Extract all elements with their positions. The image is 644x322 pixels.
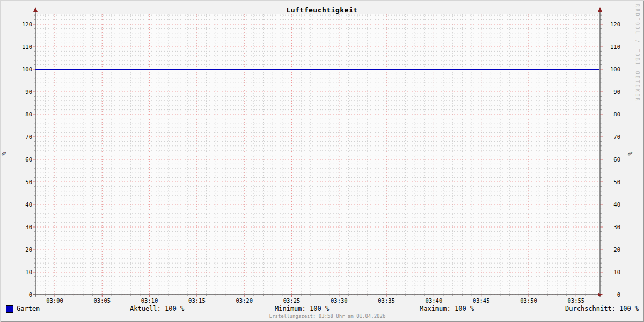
y-tick-label-right: 30 (613, 224, 620, 230)
stat-maximum: Maximum: 100 % (420, 305, 474, 312)
y-tick-label-left: 40 (25, 201, 32, 208)
y-tick-label-left: 60 (25, 156, 32, 163)
y-tick-label-left: 100 (22, 66, 32, 72)
y-axis-unit-left: % (1, 152, 7, 155)
y-tick-label-right: 110 (610, 43, 620, 50)
humidity-chart: 03:0003:0503:1003:1503:2003:2503:3003:35… (0, 0, 644, 322)
x-tick-label: 03:45 (473, 297, 490, 304)
y-tick-label-right: 40 (613, 201, 620, 208)
y-tick-label-left: 0 (29, 291, 32, 298)
y-tick-label-right: 100 (610, 66, 620, 72)
rrd-graph-window: 03:0003:0503:1003:1503:2003:2503:3003:35… (0, 0, 644, 322)
stat-minimum: Minimum: 100 % (275, 305, 329, 312)
y-tick-label-right: 0 (617, 291, 620, 298)
y-axis-unit-right: % (627, 152, 633, 155)
x-tick-label: 03:40 (426, 297, 443, 304)
y-tick-label-left: 30 (25, 224, 32, 230)
x-tick-label: 03:10 (141, 297, 158, 304)
x-tick-label: 03:55 (567, 297, 584, 304)
y-tick-label-right: 20 (613, 246, 620, 253)
y-tick-label-right: 50 (613, 179, 620, 185)
y-tick-label-right: 80 (613, 111, 620, 118)
y-tick-label-right: 60 (613, 156, 620, 163)
stat-durchschnitt: Durchschnitt: 100 % (565, 305, 639, 312)
x-tick-label: 03:00 (46, 297, 63, 304)
y-tick-label-left: 120 (22, 21, 32, 27)
plot-canvas (35, 14, 600, 295)
y-tick-label-right: 70 (613, 134, 620, 140)
x-axis-labels: 03:0003:0503:1003:1503:2003:2503:3003:35… (46, 297, 584, 304)
x-tick-label: 03:15 (188, 297, 206, 304)
x-tick-label: 03:25 (283, 297, 301, 304)
y-tick-label-right: 10 (613, 269, 620, 275)
x-tick-label: 03:35 (378, 297, 395, 304)
creation-time: Erstellungszeit: 03:58 Uhr am 01.04.2026 (0, 313, 644, 319)
x-tick-label: 03:20 (236, 297, 253, 304)
y-tick-label-left: 80 (25, 111, 32, 118)
rrdtool-watermark: RRDTOOL / TOBI OETIKER (635, 4, 640, 103)
y-tick-label-right: 120 (610, 21, 620, 27)
x-tick-label: 03:05 (93, 297, 111, 304)
legend-swatch-garten (6, 305, 13, 313)
y-tick-label-right: 90 (613, 89, 620, 95)
chart-title: Luftfeuchtigkeit (0, 6, 644, 14)
y-tick-label-left: 70 (25, 134, 32, 140)
y-tick-label-left: 110 (22, 43, 32, 50)
stat-aktuell: Aktuell: 100 % (130, 305, 184, 312)
y-tick-label-left: 20 (25, 246, 32, 253)
x-tick-label: 03:30 (331, 297, 348, 304)
y-tick-label-left: 50 (25, 179, 32, 185)
y-tick-label-left: 90 (25, 89, 32, 95)
y-tick-label-left: 10 (25, 269, 32, 275)
legend-label-garten: Garten (17, 305, 40, 312)
x-tick-label: 03:50 (520, 297, 537, 304)
